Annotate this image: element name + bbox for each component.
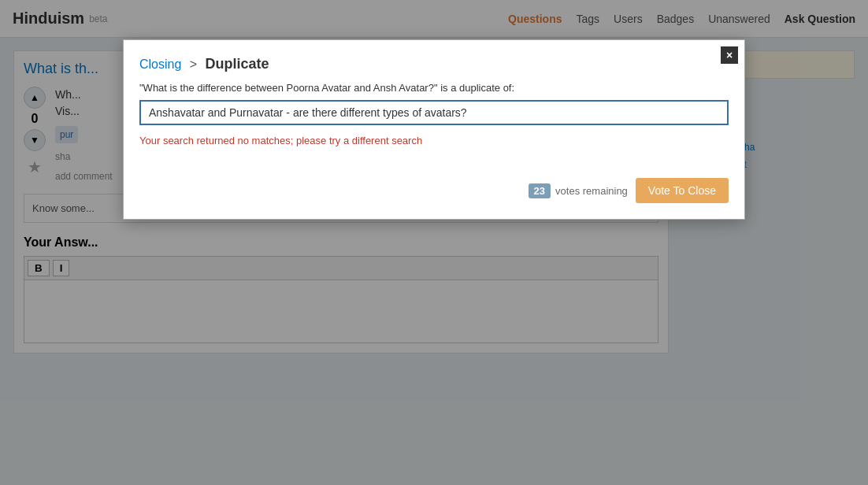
vote-to-close-button[interactable]: Vote To Close <box>636 178 729 203</box>
modal-footer: 23 votes remaining Vote To Close <box>139 178 729 203</box>
votes-text: votes remaining <box>555 185 628 197</box>
breadcrumb-closing[interactable]: Closing <box>139 57 181 71</box>
breadcrumb-duplicate: Duplicate <box>206 56 269 72</box>
votes-remaining: 23 votes remaining <box>529 183 628 198</box>
modal-breadcrumb: Closing > Duplicate <box>139 56 729 72</box>
modal-question-text: "What is the difference between Poorna A… <box>139 82 514 94</box>
modal-question-label: "What is the difference between Poorna A… <box>139 82 729 94</box>
votes-badge: 23 <box>529 183 551 198</box>
search-input-container <box>139 100 729 135</box>
no-results-message: Your search returned no matches; please … <box>139 135 729 146</box>
modal-overlay: × Closing > Duplicate "What is the diffe… <box>0 0 868 366</box>
modal-close-button[interactable]: × <box>721 46 738 64</box>
duplicate-search-input[interactable] <box>139 100 729 125</box>
modal-dialog: × Closing > Duplicate "What is the diffe… <box>123 39 745 220</box>
breadcrumb-separator: > <box>190 57 197 71</box>
